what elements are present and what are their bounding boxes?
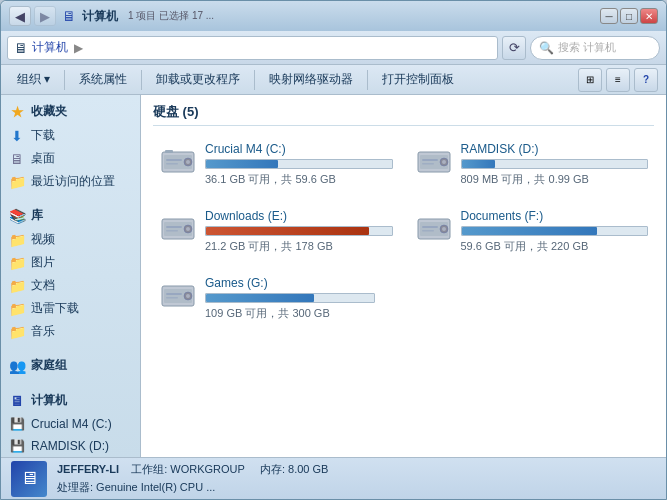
drive-name-g: Games (G:) — [205, 276, 427, 290]
library-section: 📚 库 📁 视频 📁 图片 📁 文档 📁 迅雷下载 — [1, 203, 140, 343]
status-bar: 🖥 JEFFERY-LI 工作组: WORKGROUP 内存: 8.00 GB … — [1, 457, 666, 499]
sidebar-item-videos-label: 视频 — [31, 231, 55, 248]
homegroup-header[interactable]: 👥 家庭组 — [1, 353, 140, 378]
view-options-btn[interactable]: ⊞ — [578, 68, 602, 92]
svg-rect-23 — [422, 226, 438, 228]
refresh-btn[interactable]: ⟳ — [502, 36, 526, 60]
svg-rect-12 — [422, 163, 434, 165]
computer-header-item[interactable]: 🖥 计算机 — [1, 388, 140, 413]
status-memory: 内存: 8.00 GB — [260, 463, 328, 475]
drive-details-d: RAMDISK (D:) 809 MB 可用，共 0.99 GB — [461, 142, 649, 187]
nav-forward-btn[interactable]: ▶ — [34, 6, 56, 26]
title-bar: ◀ ▶ 🖥 计算机 1 项目 已选择 17 ... ─ □ ✕ — [1, 1, 666, 31]
sidebar-drive-c[interactable]: 💾 Crucial M4 (C:) — [1, 413, 140, 435]
control-panel-btn[interactable]: 打开控制面板 — [374, 68, 462, 92]
drive-bar-bg-c — [205, 159, 393, 169]
sidebar-item-downloads[interactable]: ⬇ 下载 — [1, 124, 140, 147]
library-header[interactable]: 📚 库 — [1, 203, 140, 228]
computer-label: 计算机 — [31, 392, 67, 409]
sidebar: ★ 收藏夹 ⬇ 下载 🖥 桌面 📁 最近访问的位置 — [1, 95, 141, 457]
homegroup-section: 👥 家庭组 — [1, 353, 140, 378]
drive-details-e: Downloads (E:) 21.2 GB 可用，共 178 GB — [205, 209, 393, 254]
drive-info-d: 809 MB 可用，共 0.99 GB — [461, 172, 649, 187]
computer-icon: 🖥 — [9, 393, 25, 409]
toolbar-right: ⊞ ≡ ? — [578, 68, 658, 92]
status-processor: 处理器: Genuine Intel(R) CPU ... — [57, 481, 215, 493]
uninstall-btn[interactable]: 卸载或更改程序 — [148, 68, 248, 92]
thunder-folder-icon: 📁 — [9, 301, 25, 317]
svg-point-10 — [442, 160, 446, 164]
sidebar-item-downloads-label: 下载 — [31, 127, 55, 144]
svg-rect-29 — [166, 293, 182, 295]
computer-section: 🖥 计算机 💾 Crucial M4 (C:) 💾 RAMDISK (D:) 💾… — [1, 388, 140, 457]
drive-item-g[interactable]: Games (G:) 109 GB 可用，共 300 GB — [153, 270, 433, 327]
sidebar-item-recent[interactable]: 📁 最近访问的位置 — [1, 170, 140, 193]
toolbar-separator-1 — [64, 70, 65, 90]
drive-item-f[interactable]: Documents (F:) 59.6 GB 可用，共 220 GB — [409, 203, 655, 260]
drive-details-f: Documents (F:) 59.6 GB 可用，共 220 GB — [461, 209, 649, 254]
map-drive-btn[interactable]: 映射网络驱动器 — [261, 68, 361, 92]
minimize-btn[interactable]: ─ — [600, 8, 618, 24]
search-placeholder: 搜索 计算机 — [558, 40, 616, 55]
status-computer-icon: 🖥 — [11, 461, 47, 497]
svg-rect-5 — [166, 163, 178, 165]
sidebar-drive-d[interactable]: 💾 RAMDISK (D:) — [1, 435, 140, 457]
search-box[interactable]: 🔍 搜索 计算机 — [530, 36, 660, 60]
pictures-icon: 📁 — [9, 255, 25, 271]
drive-bar-bg-f — [461, 226, 649, 236]
desktop-icon: 🖥 — [9, 151, 25, 167]
drive-info-c: 36.1 GB 可用，共 59.6 GB — [205, 172, 393, 187]
recent-folder-icon: 📁 — [9, 174, 25, 190]
download-icon: ⬇ — [9, 128, 25, 144]
address-path: 计算机 — [32, 39, 68, 56]
status-info: JEFFERY-LI 工作组: WORKGROUP 内存: 8.00 GB 处理… — [57, 461, 656, 496]
maximize-btn[interactable]: □ — [620, 8, 638, 24]
window-title: 计算机 — [82, 8, 118, 25]
sidebar-item-thunder-label: 迅雷下载 — [31, 300, 79, 317]
drive-bar-bg-d — [461, 159, 649, 169]
system-props-btn[interactable]: 系统属性 — [71, 68, 135, 92]
sidebar-item-thunder[interactable]: 📁 迅雷下载 — [1, 297, 140, 320]
documents-folder-icon: 📁 — [9, 278, 25, 294]
drive-bar-fill-f — [462, 227, 597, 235]
toolbar-separator-4 — [367, 70, 368, 90]
homegroup-icon: 👥 — [9, 358, 25, 374]
address-bar: 🖥 计算机 ▶ ⟳ 🔍 搜索 计算机 — [1, 31, 666, 65]
drive-name-d: RAMDISK (D:) — [461, 142, 649, 156]
svg-rect-11 — [422, 159, 438, 161]
sidebar-item-music[interactable]: 📁 音乐 — [1, 320, 140, 343]
drive-item-c[interactable]: Crucial M4 (C:) 36.1 GB 可用，共 59.6 GB — [153, 136, 399, 193]
sidebar-drive-c-label: Crucial M4 (C:) — [31, 417, 112, 431]
title-controls: ─ □ ✕ — [600, 8, 658, 24]
content-area: ★ 收藏夹 ⬇ 下载 🖥 桌面 📁 最近访问的位置 — [1, 95, 666, 457]
sidebar-item-pictures[interactable]: 📁 图片 — [1, 251, 140, 274]
organize-btn[interactable]: 组织 ▾ — [9, 68, 58, 92]
title-bar-left: ◀ ▶ 🖥 计算机 1 项目 已选择 17 ... — [9, 6, 214, 26]
sidebar-item-desktop[interactable]: 🖥 桌面 — [1, 147, 140, 170]
svg-rect-4 — [166, 159, 182, 161]
drive-bar-bg-g — [205, 293, 375, 303]
drive-details-c: Crucial M4 (C:) 36.1 GB 可用，共 59.6 GB — [205, 142, 393, 187]
hdd-icon-f — [415, 209, 453, 247]
drive-item-d[interactable]: RAMDISK (D:) 809 MB 可用，共 0.99 GB — [409, 136, 655, 193]
svg-point-3 — [186, 160, 190, 164]
drive-item-e[interactable]: Downloads (E:) 21.2 GB 可用，共 178 GB — [153, 203, 399, 260]
favorites-section: ★ 收藏夹 ⬇ 下载 🖥 桌面 📁 最近访问的位置 — [1, 99, 140, 193]
library-label: 库 — [31, 207, 43, 224]
views-list-btn[interactable]: ≡ — [606, 68, 630, 92]
close-btn[interactable]: ✕ — [640, 8, 658, 24]
main-window: ◀ ▶ 🖥 计算机 1 项目 已选择 17 ... ─ □ ✕ 🖥 计算机 ▶ … — [0, 0, 667, 500]
address-breadcrumb[interactable]: 🖥 计算机 ▶ — [7, 36, 498, 60]
sidebar-item-videos[interactable]: 📁 视频 — [1, 228, 140, 251]
svg-rect-30 — [166, 297, 178, 299]
sidebar-item-documents[interactable]: 📁 文档 — [1, 274, 140, 297]
favorites-star-icon: ★ — [9, 104, 25, 120]
favorites-label: 收藏夹 — [31, 103, 67, 120]
nav-back-btn[interactable]: ◀ — [9, 6, 31, 26]
drive-bar-bg-e — [205, 226, 393, 236]
help-btn[interactable]: ? — [634, 68, 658, 92]
library-icon: 📚 — [9, 208, 25, 224]
favorites-header[interactable]: ★ 收藏夹 — [1, 99, 140, 124]
status-computer-name: JEFFERY-LI — [57, 463, 119, 475]
drive-d-icon: 💾 — [9, 438, 25, 454]
